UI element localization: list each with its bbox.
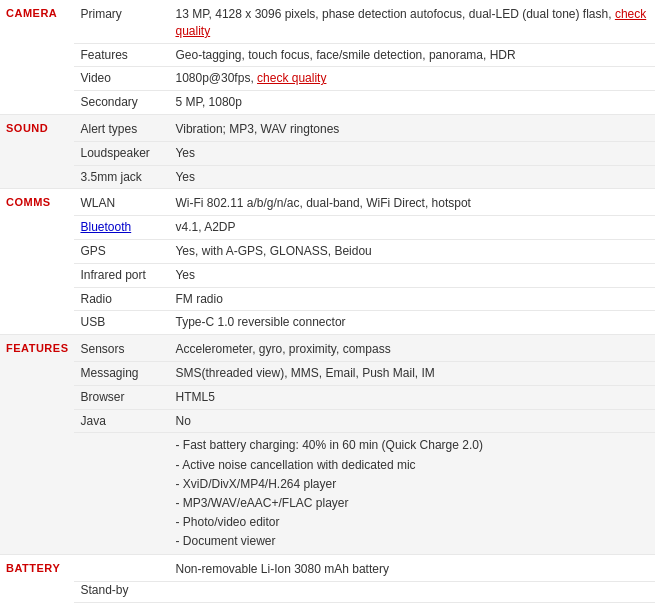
gps-label: GPS <box>74 239 169 263</box>
battery-category: BATTERY <box>0 555 74 604</box>
sound-section-alert: SOUND Alert types Vibration; MP3, WAV ri… <box>0 114 655 141</box>
comms-infrared-row: Infrared port Yes <box>0 263 655 287</box>
alert-types-value: Vibration; MP3, WAV ringtones <box>169 114 655 141</box>
extra-label <box>74 433 169 555</box>
messaging-value: SMS(threaded view), MMS, Email, Push Mai… <box>169 361 655 385</box>
gps-value: Yes, with A-GPS, GLONASS, Beidou <box>169 239 655 263</box>
battery-main-row: BATTERY Non-removable Li-Ion 3080 mAh ba… <box>0 555 655 582</box>
video-value: 1080p@30fps, check quality <box>169 67 655 91</box>
comms-wlan-row: COMMS WLAN Wi-Fi 802.11 a/b/g/n/ac, dual… <box>0 189 655 216</box>
loudspeaker-label: Loudspeaker <box>74 141 169 165</box>
primary-label: Primary <box>74 0 169 43</box>
jack-value: Yes <box>169 165 655 189</box>
sound-category: SOUND <box>0 114 74 188</box>
standby-label: Stand-by <box>74 582 169 603</box>
bluetooth-link[interactable]: Bluetooth <box>80 220 131 234</box>
features-browser-row: Browser HTML5 <box>0 385 655 409</box>
camera-video-row: Video 1080p@30fps, check quality <box>0 67 655 91</box>
browser-value: HTML5 <box>169 385 655 409</box>
jack-label: 3.5mm jack <box>74 165 169 189</box>
comms-gps-row: GPS Yes, with A-GPS, GLONASS, Beidou <box>0 239 655 263</box>
comms-usb-row: USB Type-C 1.0 reversible connector <box>0 311 655 335</box>
standby-value <box>169 582 655 603</box>
sound-loudspeaker-row: Loudspeaker Yes <box>0 141 655 165</box>
secondary-label: Secondary <box>74 91 169 115</box>
usb-label: USB <box>74 311 169 335</box>
features-messaging-row: Messaging SMS(threaded view), MMS, Email… <box>0 361 655 385</box>
wlan-label: WLAN <box>74 189 169 216</box>
sensors-label: Sensors <box>74 335 169 362</box>
camera-category: CAMERA <box>0 0 74 114</box>
camera-features-row: Features Geo-tagging, touch focus, face/… <box>0 43 655 67</box>
camera-secondary-row: Secondary 5 MP, 1080p <box>0 91 655 115</box>
java-value: No <box>169 409 655 433</box>
primary-check-quality-link[interactable]: check quality <box>175 7 646 38</box>
alert-types-label: Alert types <box>74 114 169 141</box>
camera-section-primary: CAMERA Primary 13 MP, 4128 x 3096 pixels… <box>0 0 655 43</box>
java-label: Java <box>74 409 169 433</box>
usb-value: Type-C 1.0 reversible connector <box>169 311 655 335</box>
battery-standby-row: Stand-by <box>0 582 655 603</box>
battery-main-label <box>74 555 169 582</box>
infrared-value: Yes <box>169 263 655 287</box>
features-value: Geo-tagging, touch focus, face/smile det… <box>169 43 655 67</box>
features-java-row: Java No <box>0 409 655 433</box>
radio-value: FM radio <box>169 287 655 311</box>
messaging-label: Messaging <box>74 361 169 385</box>
secondary-value: 5 MP, 1080p <box>169 91 655 115</box>
features-sensors-row: FEATURES Sensors Accelerometer, gyro, pr… <box>0 335 655 362</box>
sound-jack-row: 3.5mm jack Yes <box>0 165 655 189</box>
features-label: Features <box>74 43 169 67</box>
bluetooth-value: v4.1, A2DP <box>169 216 655 240</box>
video-label: Video <box>74 67 169 91</box>
features-category: FEATURES <box>0 335 74 555</box>
features-extra-row: - Fast battery charging: 40% in 60 min (… <box>0 433 655 555</box>
comms-radio-row: Radio FM radio <box>0 287 655 311</box>
comms-category: COMMS <box>0 189 74 335</box>
comms-bluetooth-row: Bluetooth v4.1, A2DP <box>0 216 655 240</box>
battery-main-value: Non-removable Li-Ion 3080 mAh battery <box>169 555 655 582</box>
bluetooth-label: Bluetooth <box>74 216 169 240</box>
sensors-value: Accelerometer, gyro, proximity, compass <box>169 335 655 362</box>
radio-label: Radio <box>74 287 169 311</box>
loudspeaker-value: Yes <box>169 141 655 165</box>
primary-value: 13 MP, 4128 x 3096 pixels, phase detecti… <box>169 0 655 43</box>
wlan-value: Wi-Fi 802.11 a/b/g/n/ac, dual-band, WiFi… <box>169 189 655 216</box>
infrared-label: Infrared port <box>74 263 169 287</box>
video-check-quality-link[interactable]: check quality <box>257 71 326 85</box>
browser-label: Browser <box>74 385 169 409</box>
extra-value: - Fast battery charging: 40% in 60 min (… <box>169 433 655 555</box>
